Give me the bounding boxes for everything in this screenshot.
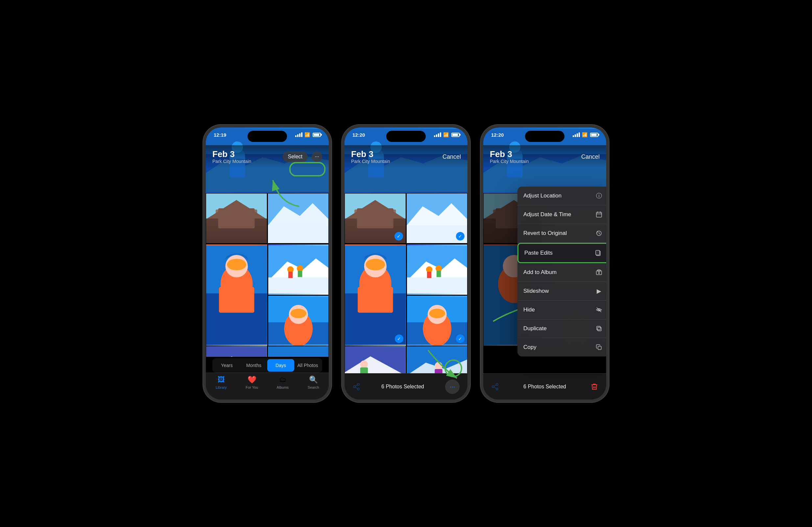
grid-cell-2-1	[206, 244, 268, 346]
adjust-date-icon	[594, 210, 604, 219]
segment-months[interactable]: Months	[240, 359, 267, 372]
svg-rect-67	[427, 272, 431, 278]
menu-hide[interactable]: Hide	[518, 301, 606, 319]
status-time-2: 12:20	[352, 132, 365, 138]
menu-add-to-album-label: Add to Album	[523, 269, 556, 276]
slideshow-icon: ▶	[594, 286, 604, 296]
grid-row-3	[206, 346, 329, 357]
library-icon: 🖼	[218, 376, 225, 384]
svg-point-61	[365, 259, 385, 270]
tab-albums[interactable]: 🗂 Albums	[267, 376, 298, 389]
tab-albums-label: Albums	[276, 386, 289, 389]
menu-copy[interactable]: Copy	[518, 338, 606, 357]
check-1-2: ✓	[456, 232, 465, 241]
tab-for-you[interactable]: ❤️ For You	[237, 376, 267, 389]
notch-2	[386, 131, 426, 142]
svg-rect-65	[407, 277, 467, 293]
menu-copy-label: Copy	[523, 344, 537, 350]
photo-header-3: Feb 3 Park City Mountain Cancel	[483, 145, 606, 168]
more-button-1[interactable]: ···	[311, 151, 322, 162]
segment-control-1[interactable]: Years Months Days All Photos	[212, 358, 322, 373]
menu-paste-edits-label: Paste Edits	[524, 250, 553, 256]
status-icons-1: 📶	[295, 132, 321, 137]
revert-icon	[594, 229, 604, 238]
menu-slideshow-label: Slideshow	[523, 288, 549, 295]
svg-rect-117	[598, 327, 601, 331]
svg-point-32	[290, 308, 306, 318]
grid-cell2-1-2: ✓	[406, 193, 468, 243]
tab-search-label: Search	[308, 386, 319, 389]
header-actions-2: Cancel	[443, 153, 461, 160]
share-button-3[interactable]	[491, 383, 499, 391]
signal-icon	[295, 132, 302, 137]
svg-point-82	[435, 362, 442, 370]
status-time-1: 12:19	[214, 132, 226, 138]
battery-icon-2	[451, 133, 460, 137]
svg-rect-110	[596, 250, 600, 255]
svg-rect-38	[268, 347, 329, 357]
battery-icon-3	[590, 133, 598, 137]
menu-adjust-date[interactable]: Adjust Date & Time	[518, 205, 606, 224]
copy-icon	[594, 343, 604, 352]
tab-library[interactable]: 🖼 Library	[206, 376, 237, 389]
svg-rect-104	[596, 212, 601, 217]
header-date-3: Feb 3	[490, 150, 528, 159]
phone-3: 12:20 📶	[481, 125, 609, 402]
grid-cell-1-1	[206, 193, 267, 243]
bottom-toolbar-3: 6 Photos Selected	[483, 373, 606, 400]
menu-add-to-album[interactable]: Add to Album	[518, 263, 606, 282]
trash-button-3[interactable]	[591, 383, 598, 391]
bottom-toolbar-2: 6 Photos Selected ···	[345, 373, 467, 400]
tab-bar-1: 🖼 Library ❤️ For You 🗂 Albums 🔍 Search	[206, 373, 329, 400]
menu-paste-edits[interactable]: Paste Edits	[518, 243, 606, 263]
menu-duplicate-label: Duplicate	[523, 325, 547, 332]
check-1-1: ✓	[394, 232, 403, 241]
svg-rect-51	[354, 210, 396, 232]
header-actions-1: Select ···	[283, 151, 322, 162]
cancel-button-2[interactable]: Cancel	[443, 153, 461, 160]
notch-3	[525, 131, 564, 142]
paste-edits-icon	[593, 249, 603, 258]
context-menu: Adjust Location ⓘ Adjust Date & Time	[518, 186, 606, 357]
cancel-button-3[interactable]: Cancel	[581, 153, 600, 160]
svg-rect-62	[358, 287, 393, 313]
header-date-1: Feb 3	[212, 150, 251, 159]
segment-all-photos[interactable]: All Photos	[294, 359, 321, 372]
photos-selected-3: 6 Photos Selected	[523, 384, 566, 390]
select-highlight	[289, 162, 325, 177]
menu-duplicate[interactable]: Duplicate	[518, 319, 606, 338]
signal-icon-3	[573, 132, 580, 137]
for-you-icon: ❤️	[248, 376, 257, 384]
svg-point-66	[426, 267, 432, 273]
photo-grid-2: ✓ ✓	[345, 193, 467, 373]
menu-revert[interactable]: Revert to Original	[518, 224, 606, 243]
header-location-1: Park City Mountain	[212, 159, 251, 164]
notch	[248, 131, 287, 142]
svg-rect-20	[219, 287, 254, 313]
header-actions-3: Cancel	[581, 153, 600, 160]
menu-hide-label: Hide	[523, 306, 535, 313]
photo-grid-1	[206, 193, 329, 357]
grid-cell-3-2	[267, 346, 329, 357]
menu-adjust-location[interactable]: Adjust Location ⓘ	[518, 186, 606, 205]
tab-search[interactable]: 🔍 Search	[298, 376, 329, 389]
share-button-2[interactable]	[352, 383, 360, 391]
menu-slideshow[interactable]: Slideshow ▶	[518, 282, 606, 301]
header-title-3: Feb 3 Park City Mountain	[490, 150, 528, 164]
wifi-icon-3: 📶	[582, 132, 588, 137]
svg-rect-119	[598, 346, 601, 350]
svg-rect-118	[597, 326, 600, 330]
grid-cell-2-2	[268, 244, 329, 295]
select-button[interactable]: Select	[283, 151, 308, 162]
grid-cell2-3-1: ✓	[345, 346, 406, 373]
more-dots-button[interactable]: ···	[445, 379, 460, 394]
svg-rect-14	[268, 225, 329, 243]
status-icons-3: 📶	[573, 132, 598, 137]
segment-years[interactable]: Years	[213, 359, 240, 372]
header-location-3: Park City Mountain	[490, 159, 528, 164]
search-tab-icon: 🔍	[309, 376, 318, 384]
segment-days[interactable]: Days	[267, 359, 294, 372]
svg-rect-83	[435, 369, 442, 373]
signal-icon-2	[434, 132, 441, 137]
menu-adjust-location-label: Adjust Location	[523, 193, 562, 199]
